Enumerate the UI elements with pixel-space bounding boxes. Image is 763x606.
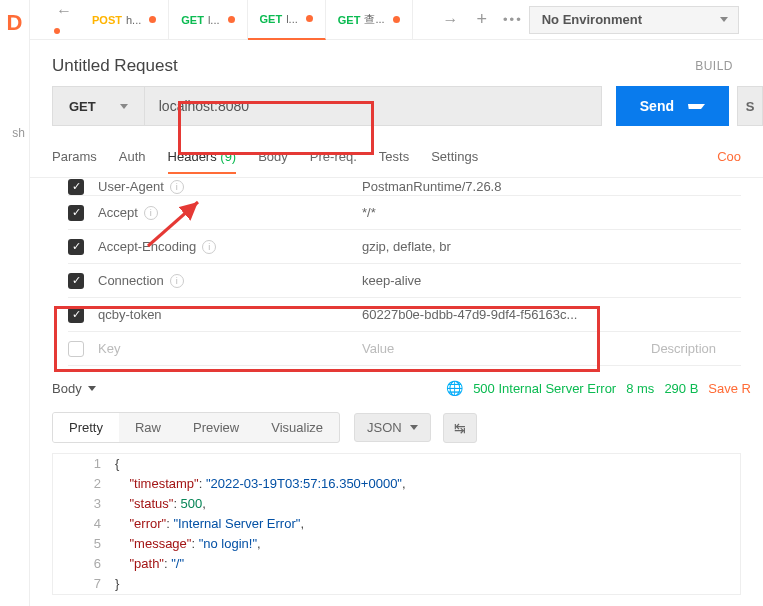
tab-name: l... — [208, 14, 220, 26]
header-row[interactable]: ✓Accept-Encoding igzip, deflate, br — [68, 230, 741, 264]
line-number: 3 — [75, 494, 115, 514]
header-row-new[interactable]: Key Value Description — [68, 332, 741, 366]
header-key[interactable]: Accept i — [98, 205, 348, 220]
cookies-link[interactable]: Coo — [717, 149, 741, 172]
code-line: 1{ — [75, 454, 718, 474]
response-view-bar: Pretty Raw Preview Visualize JSON ↹ — [30, 406, 763, 453]
save-button[interactable]: S — [737, 86, 763, 126]
unsaved-dot-icon — [149, 16, 156, 23]
line-number: 2 — [75, 474, 115, 494]
tab-name: 查... — [364, 12, 384, 27]
line-number: 5 — [75, 534, 115, 554]
header-key[interactable]: qcby-token — [98, 307, 348, 322]
response-body[interactable]: 1{2 "timestamp": "2022-03-19T03:57:16.35… — [52, 453, 741, 595]
wrap-lines-button[interactable]: ↹ — [443, 413, 477, 443]
line-number: 4 — [75, 514, 115, 534]
code-line: 3 "status": 500, — [75, 494, 718, 514]
method-badge: POST — [92, 14, 122, 26]
header-desc-input[interactable]: Description — [651, 341, 741, 356]
tab-auth[interactable]: Auth — [119, 149, 146, 172]
code-line: 2 "timestamp": "2022-03-19T03:57:16.350+… — [75, 474, 718, 494]
unsaved-dot-icon — [228, 16, 235, 23]
code-line: 5 "message": "no login!", — [75, 534, 718, 554]
header-value[interactable]: 60227b0e-bdbb-47d9-9df4-f56163c... — [362, 307, 637, 322]
method-badge: GET — [338, 14, 361, 26]
header-value[interactable]: PostmanRuntime/7.26.8 — [362, 179, 637, 194]
checkbox[interactable]: ✓ — [68, 179, 84, 195]
header-key[interactable]: Accept-Encoding i — [98, 239, 348, 254]
view-preview[interactable]: Preview — [177, 413, 255, 442]
response-body-tab[interactable]: Body — [52, 381, 96, 396]
info-icon: i — [202, 240, 216, 254]
method-badge: GET — [181, 14, 204, 26]
response-bar: Body 🌐 500 Internal Server Error 8 ms 29… — [30, 366, 763, 406]
build-link[interactable]: BUILD — [695, 59, 733, 73]
tab-prereq[interactable]: Pre-req. — [310, 149, 357, 172]
header-value-input[interactable]: Value — [362, 341, 637, 356]
save-response[interactable]: Save R — [708, 381, 751, 396]
view-pretty[interactable]: Pretty — [53, 413, 119, 442]
sidebar-fragment: sh — [0, 46, 29, 140]
checkbox[interactable]: ✓ — [68, 273, 84, 289]
checkbox[interactable]: ✓ — [68, 239, 84, 255]
environment-label: No Environment — [542, 12, 642, 27]
chevron-down-icon — [720, 17, 728, 22]
environment-select[interactable]: No Environment — [529, 6, 739, 34]
tab-tests[interactable]: Tests — [379, 149, 409, 172]
code-line: 7} — [75, 574, 718, 594]
header-row[interactable]: ✓Accept i*/* — [68, 196, 741, 230]
line-number: 1 — [75, 454, 115, 474]
response-time: 8 ms — [626, 381, 654, 396]
header-value[interactable]: gzip, deflate, br — [362, 239, 637, 254]
chevron-down-icon — [410, 425, 418, 430]
tab-body[interactable]: Body — [258, 149, 288, 172]
tab-overflow[interactable]: ••• — [497, 12, 529, 27]
nav-back[interactable]: ← — [48, 2, 80, 38]
request-tab[interactable]: GET查... — [326, 0, 413, 40]
new-tab-button[interactable]: + — [467, 9, 498, 30]
response-lang-select[interactable]: JSON — [354, 413, 431, 442]
chevron-down-icon — [120, 104, 128, 109]
request-tab[interactable]: POSTh... — [80, 0, 169, 40]
tab-name: h... — [126, 14, 141, 26]
code-line: 6 "path": "/" — [75, 554, 718, 574]
info-icon: i — [170, 180, 184, 194]
header-key-input[interactable]: Key — [98, 341, 348, 356]
chevron-down-icon — [88, 386, 96, 391]
globe-icon[interactable]: 🌐 — [446, 380, 463, 396]
method-badge: GET — [260, 13, 283, 25]
checkbox[interactable]: ✓ — [68, 307, 84, 323]
header-key[interactable]: User-Agent i — [98, 179, 348, 194]
info-icon: i — [170, 274, 184, 288]
header-key[interactable]: Connection i — [98, 273, 348, 288]
tab-name: l... — [286, 13, 298, 25]
request-title[interactable]: Untitled Request — [52, 56, 178, 76]
header-row[interactable]: ✓Connection ikeep-alive — [68, 264, 741, 298]
url-input[interactable]: localhost:8080 — [145, 86, 602, 126]
app-logo: D — [0, 0, 29, 46]
request-tab[interactable]: GETl... — [248, 0, 326, 40]
response-status: 500 Internal Server Error — [473, 381, 616, 396]
view-raw[interactable]: Raw — [119, 413, 177, 442]
request-tab[interactable]: GETl... — [169, 0, 247, 40]
checkbox[interactable]: ✓ — [68, 205, 84, 221]
header-value[interactable]: keep-alive — [362, 273, 637, 288]
method-select[interactable]: GET — [52, 86, 145, 126]
checkbox[interactable] — [68, 341, 84, 357]
header-value[interactable]: */* — [362, 205, 637, 220]
tab-params[interactable]: Params — [52, 149, 97, 172]
request-tabs: Params Auth Headers (9) Body Pre-req. Te… — [30, 144, 763, 178]
line-number: 6 — [75, 554, 115, 574]
header-row[interactable]: ✓User-Agent iPostmanRuntime/7.26.8 — [68, 178, 741, 196]
view-visualize[interactable]: Visualize — [255, 413, 339, 442]
nav-forward[interactable]: → — [435, 11, 467, 29]
send-button[interactable]: Send — [616, 86, 729, 126]
line-number: 7 — [75, 574, 115, 594]
unsaved-dot-icon — [393, 16, 400, 23]
unsaved-dot-icon — [306, 15, 313, 22]
tab-settings[interactable]: Settings — [431, 149, 478, 172]
tab-headers[interactable]: Headers (9) — [168, 149, 237, 174]
header-row[interactable]: ✓qcby-token60227b0e-bdbb-47d9-9df4-f5616… — [68, 298, 741, 332]
chevron-down-icon — [688, 104, 705, 109]
tab-bar: ← POSTh...GETl...GETl...GET查... → + ••• … — [30, 0, 763, 40]
